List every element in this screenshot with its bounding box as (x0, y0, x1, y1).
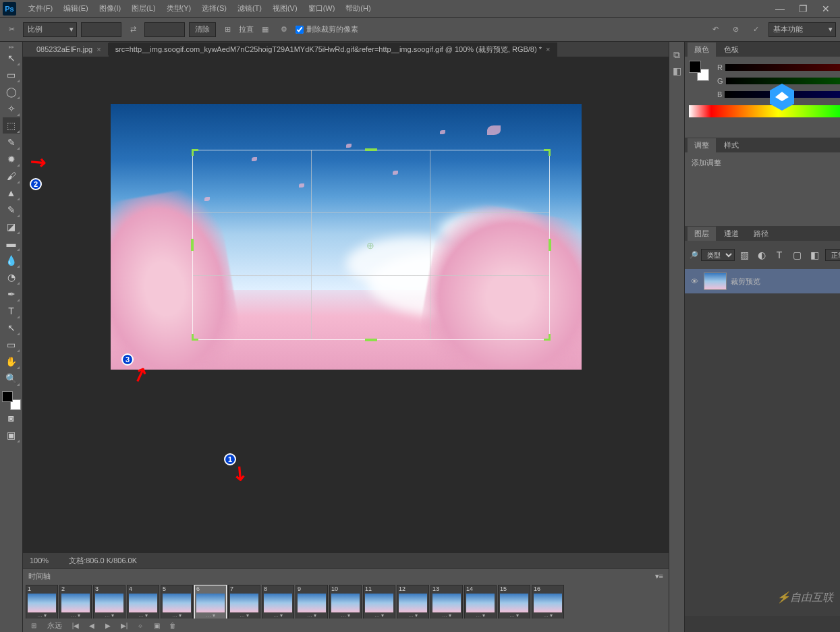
color-tab[interactable]: 颜色 (688, 42, 716, 57)
delete-frame-button[interactable]: 🗑 (166, 620, 179, 631)
marquee-tool[interactable]: ▭ (3, 67, 20, 83)
document-info[interactable]: 文档:806.0 K/806.0K (69, 556, 137, 566)
gradient-tool[interactable]: ▬ (3, 235, 20, 252)
straighten-icon[interactable]: ⊞ (220, 22, 235, 37)
filter-type-icon[interactable]: T (773, 249, 786, 261)
layer-item[interactable]: 👁 裁剪预览 (685, 269, 840, 293)
crop-box[interactable] (192, 150, 550, 340)
crop-handle-l[interactable] (191, 239, 194, 251)
menu-type[interactable]: 类型(Y) (161, 1, 197, 16)
crop-handle-b[interactable] (365, 339, 377, 341)
cancel-crop-icon[interactable]: ⊘ (728, 22, 743, 37)
crop-options-icon[interactable]: ⚙ (277, 22, 291, 37)
timeline-frame[interactable]: 2… ▾ (59, 585, 92, 619)
styles-tab[interactable]: 样式 (717, 138, 746, 152)
crop-width-input[interactable] (81, 22, 121, 37)
overlay-options-icon[interactable]: ▦ (258, 22, 273, 37)
timeline-frame[interactable]: 4… ▾ (127, 585, 159, 619)
menu-view[interactable]: 视图(V) (267, 1, 303, 16)
foreground-background-colors[interactable] (2, 391, 21, 410)
timeline-frame[interactable]: 15… ▾ (498, 585, 530, 619)
history-panel-icon[interactable]: ⧉ (669, 47, 684, 62)
filter-smart-icon[interactable]: ◧ (808, 249, 821, 261)
crop-handle-tr[interactable] (544, 149, 551, 156)
canvas-area[interactable]: ↘ 2 3 ↗ 1 ↘ (23, 57, 669, 553)
timeline-frame[interactable]: 12… ▾ (397, 585, 429, 619)
canvas-image[interactable] (111, 104, 582, 370)
tab-close-icon[interactable]: × (96, 45, 101, 53)
crop-handle-r[interactable] (549, 239, 551, 251)
move-tool[interactable]: ↖ (3, 50, 20, 66)
magic-wand-tool[interactable]: ✧ (3, 100, 20, 117)
healing-brush-tool[interactable]: ✹ (3, 151, 20, 167)
layer-kind-filter[interactable]: 类型 (701, 249, 735, 261)
brush-tool[interactable]: 🖌 (3, 168, 20, 184)
menu-image[interactable]: 图像(I) (94, 1, 126, 16)
zoom-level[interactable]: 100% (30, 556, 49, 565)
document-tab-1[interactable]: 085232aElFn.jpg × (30, 43, 109, 55)
toolbox-handle[interactable]: ▸▸ (9, 43, 14, 50)
play-button[interactable]: ▶ (101, 620, 115, 631)
channels-tab[interactable]: 通道 (717, 227, 746, 241)
pen-tool[interactable]: ✒ (3, 286, 20, 302)
menu-filter[interactable]: 滤镜(T) (232, 1, 267, 16)
zoom-tool[interactable]: 🔍 (3, 370, 20, 386)
lasso-tool[interactable]: ◯ (3, 84, 20, 100)
menu-file[interactable]: 文件(F) (23, 1, 58, 16)
timeline-frame[interactable]: 3… ▾ (93, 585, 125, 619)
timeline-frame[interactable]: 10… ▾ (329, 585, 362, 619)
clear-button[interactable]: 清除 (189, 22, 216, 37)
timeline-frame[interactable]: 5… ▾ (161, 585, 193, 619)
blur-tool[interactable]: 💧 (3, 252, 20, 268)
timeline-frame[interactable]: 13… ▾ (430, 585, 463, 619)
paths-tab[interactable]: 路径 (747, 227, 775, 241)
layers-tab[interactable]: 图层 (688, 227, 716, 241)
delete-cropped-checkbox[interactable]: 删除裁剪的像素 (296, 24, 358, 34)
close-button[interactable]: ✕ (814, 1, 837, 16)
menu-help[interactable]: 帮助(H) (340, 1, 376, 16)
menu-edit[interactable]: 编辑(E) (58, 1, 94, 16)
tween-button[interactable]: ⟐ (134, 620, 147, 631)
crop-height-input[interactable] (144, 22, 185, 37)
maximize-button[interactable]: ❐ (791, 1, 814, 16)
eyedropper-tool[interactable]: ✎ (3, 134, 20, 150)
duplicate-frame-button[interactable]: ▣ (150, 620, 163, 631)
timeline-frame[interactable]: 14… ▾ (464, 585, 497, 619)
first-frame-button[interactable]: |◀ (69, 620, 82, 631)
eraser-tool[interactable]: ◪ (3, 219, 20, 235)
filter-shape-icon[interactable]: ▢ (790, 249, 804, 261)
commit-crop-icon[interactable]: ✓ (748, 22, 763, 37)
layer-thumbnail[interactable] (704, 272, 727, 290)
workspace-select[interactable]: 基本功能 (768, 22, 836, 37)
filter-pixel-icon[interactable]: ▨ (737, 249, 751, 261)
crop-handle-br[interactable] (544, 334, 551, 341)
color-ramp[interactable] (689, 105, 840, 117)
minimize-button[interactable]: — (768, 1, 791, 16)
crop-tool[interactable]: ⬚ (3, 117, 20, 134)
layer-visibility-icon[interactable]: 👁 (689, 277, 700, 285)
adjustments-tab[interactable]: 调整 (688, 138, 716, 152)
dodge-tool[interactable]: ◔ (3, 269, 20, 285)
filter-adjust-icon[interactable]: ◐ (755, 249, 768, 261)
loop-select[interactable]: 永远 (43, 621, 66, 631)
timeline-frame[interactable]: 9… ▾ (296, 585, 328, 619)
timeline-frame[interactable]: 6… ▾ (194, 585, 227, 619)
timeline-frame[interactable]: 1… ▾ (26, 585, 58, 619)
r-slider[interactable] (725, 64, 840, 71)
foreground-swatch[interactable] (2, 391, 13, 402)
crop-preset-select[interactable]: 比例 (23, 22, 77, 37)
menu-select[interactable]: 选择(S) (196, 1, 232, 16)
next-frame-button[interactable]: ▶| (117, 620, 131, 631)
shape-tool[interactable]: ▭ (3, 337, 20, 353)
timeline-mode-icon[interactable]: ⊞ (27, 620, 40, 631)
crop-handle-t[interactable] (365, 148, 377, 151)
timeline-frame[interactable]: 8… ▾ (262, 585, 294, 619)
history-brush-tool[interactable]: ✎ (3, 202, 20, 218)
crop-handle-bl[interactable] (192, 334, 198, 341)
timeline-frame[interactable]: 16… ▾ (532, 585, 564, 619)
menu-layer[interactable]: 图层(L) (126, 1, 161, 16)
menu-window[interactable]: 窗口(W) (303, 1, 341, 16)
quickmask-tool[interactable]: ◙ (3, 410, 20, 426)
swatches-tab[interactable]: 色板 (717, 42, 746, 57)
swap-dimensions-icon[interactable]: ⇄ (125, 22, 140, 37)
